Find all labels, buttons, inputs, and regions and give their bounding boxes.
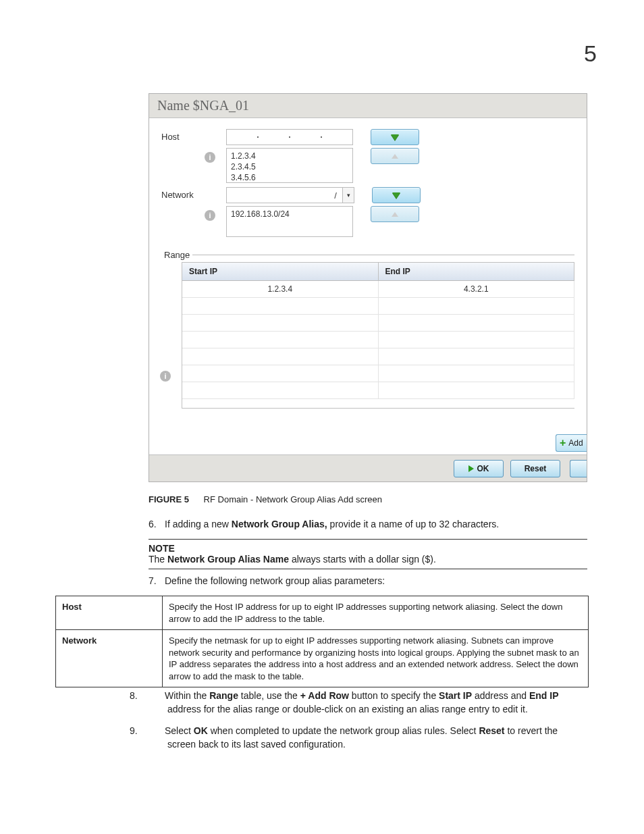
ok-label: OK (477, 464, 489, 473)
arrow-down-icon (391, 134, 399, 140)
plus-icon: + (560, 437, 566, 449)
info-icon: i (205, 210, 215, 221)
dialog-footer: OK Reset (149, 454, 587, 481)
network-add-down-button[interactable] (372, 187, 421, 203)
network-list[interactable]: 192.168.13.0/24 (226, 206, 353, 237)
info-icon: i (205, 152, 215, 163)
range-table-header: Start IP End IP (182, 263, 574, 281)
table-row[interactable] (182, 315, 574, 332)
table-row[interactable] (182, 348, 574, 365)
table-row: Network Specify the netmask for up to ei… (56, 630, 589, 687)
table-row[interactable] (182, 332, 574, 348)
step-6: 6.If adding a new Network Group Alias, p… (149, 517, 587, 531)
host-list-row: i 1.2.3.4 2.3.4.5 3.4.5.6 (161, 148, 574, 183)
extra-button[interactable] (570, 460, 587, 477)
arrow-down-icon (392, 192, 400, 199)
col-start-ip[interactable]: Start IP (182, 263, 379, 280)
host-add-down-button[interactable] (371, 129, 419, 145)
network-row: Network / ▾ (161, 187, 574, 203)
info-icon: i (160, 371, 171, 382)
cell-end-ip: 4.3.2.1 (379, 281, 575, 297)
note-label: NOTE (149, 543, 587, 554)
host-row: Host (161, 129, 574, 145)
param-host-desc: Specify the Host IP address for up to ei… (163, 596, 589, 630)
figure-label: FIGURE 5 (149, 494, 189, 504)
host-label: Host (161, 129, 226, 142)
parameter-table: Host Specify the Host IP address for up … (55, 596, 589, 687)
host-ip-list[interactable]: 1.2.3.4 2.3.4.5 3.4.5.6 (226, 148, 353, 183)
figure-text: RF Domain - Network Group Alias Add scre… (204, 494, 382, 504)
step-8: 8.Within the Range table, use the + Add … (149, 689, 587, 716)
network-label: Network (161, 187, 226, 200)
host-remove-up-button[interactable] (371, 148, 419, 164)
range-fieldset: Range Start IP End IP 1.2.3.4 4.3.2.1 (161, 242, 574, 409)
table-row[interactable]: 1.2.3.4 4.3.2.1 (182, 281, 574, 298)
host-ip-input[interactable] (226, 129, 353, 145)
table-row[interactable] (182, 365, 574, 382)
reset-label: Reset (525, 464, 547, 473)
page-number: 5 (584, 41, 597, 67)
network-remove-up-button[interactable] (371, 206, 419, 222)
range-table-body: 1.2.3.4 4.3.2.1 (182, 281, 574, 408)
network-cidr-input[interactable]: / ▾ (226, 187, 354, 203)
ok-button[interactable]: OK (454, 460, 504, 477)
reset-button[interactable]: Reset (510, 460, 560, 477)
param-network-label: Network (56, 630, 163, 687)
chevron-down-icon[interactable]: ▾ (342, 187, 354, 203)
form-area: Host i 1.2.3.4 2.3.4.5 3.4.5.6 Network /… (149, 118, 587, 237)
table-row[interactable] (182, 298, 574, 315)
table-row[interactable] (182, 382, 574, 399)
param-network-desc: Specify the netmask for up to eight IP a… (163, 630, 589, 687)
arrow-up-icon (392, 212, 398, 217)
note-block: NOTE The Network Group Alias Name always… (149, 539, 587, 569)
range-table: Start IP End IP 1.2.3.4 4.3.2.1 (182, 262, 574, 409)
step-7: 7.Define the following network group ali… (149, 574, 587, 588)
table-row: Host Specify the Host IP address for up … (56, 596, 589, 630)
step-9: 9.Select OK when completed to update the… (149, 724, 587, 752)
dialog-screenshot: Name $NGA_01 Host i 1.2.3.4 2.3.4.5 3.4.… (149, 93, 587, 482)
col-end-ip[interactable]: End IP (379, 263, 575, 280)
figure-caption: FIGURE 5 RF Domain - Network Group Alias… (149, 494, 382, 504)
arrow-up-icon (392, 154, 398, 159)
add-row-button[interactable]: + Add (556, 434, 587, 452)
cell-start-ip: 1.2.3.4 (182, 281, 379, 297)
play-icon (468, 465, 474, 472)
network-list-row: i 192.168.13.0/24 (161, 206, 574, 237)
dialog-title: Name $NGA_01 (149, 94, 587, 118)
range-legend: Range (161, 250, 192, 260)
param-host-label: Host (56, 596, 163, 630)
add-row-label: Add (568, 438, 583, 448)
